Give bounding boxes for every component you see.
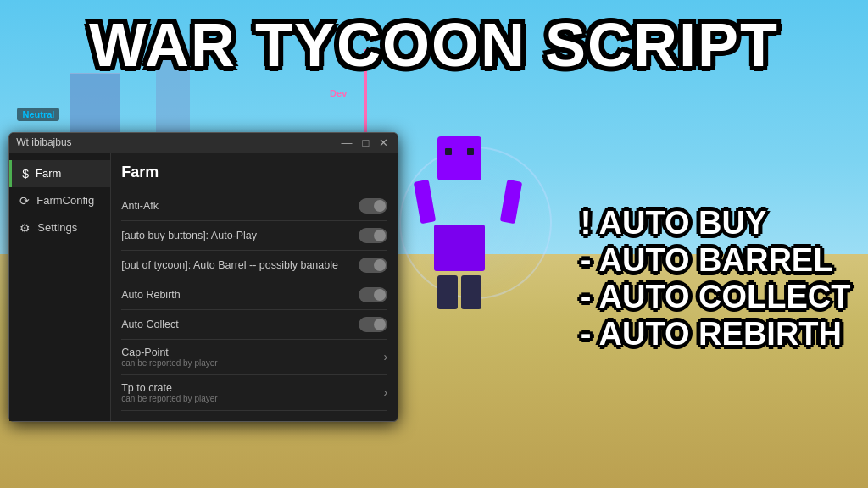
character-head (437, 136, 481, 180)
cap-point-sublabel: can be reported by player (121, 358, 383, 368)
features-list: ! AUTO BUY - AUTO BARREL - AUTO COLLECT … (581, 205, 851, 353)
toggle-row-auto-rebirth: Auto Rebirth (121, 280, 387, 310)
farm-icon: $ (22, 167, 29, 180)
sidebar-item-farmconfig[interactable]: ⟳ FarmConfig (9, 187, 110, 214)
close-button[interactable]: ✕ (376, 136, 391, 149)
auto-play-toggle[interactable] (359, 228, 387, 243)
panel-sidebar: $ Farm ⟳ FarmConfig ⚙ Settings (9, 153, 111, 421)
toggle-row-auto-barrel: [out of tycoon]: Auto Barrel -- possibly… (121, 251, 387, 280)
toggle-row-auto-play: [auto buy buttons]: Auto-Play (121, 221, 387, 251)
dev-label: Dev (330, 88, 347, 98)
feature-item-2: - AUTO BARREL (581, 242, 851, 280)
arrow-row-cap-point[interactable]: Cap-Point can be reported by player › (121, 340, 387, 375)
character (434, 136, 485, 309)
toggle-row-auto-collect: Auto Collect (121, 310, 387, 340)
cap-point-label: Cap-Point can be reported by player (121, 347, 383, 368)
auto-collect-toggle[interactable] (359, 317, 387, 332)
script-panel: Wt ibibajbus — □ ✕ $ Farm ⟳ FarmConfig ⚙… (8, 132, 398, 422)
titlebar-controls: — □ ✕ (338, 136, 391, 149)
auto-collect-label: Auto Collect (121, 319, 359, 330)
char-eye-left (445, 148, 452, 155)
tp-crate-label: Tp to crate can be reported by player (121, 382, 383, 403)
sidebar-item-settings[interactable]: ⚙ Settings (9, 214, 110, 241)
sidebar-item-farm[interactable]: $ Farm (9, 160, 110, 187)
auto-rebirth-toggle[interactable] (359, 287, 387, 302)
auto-rebirth-label: Auto Rebirth (121, 289, 359, 301)
character-body (434, 225, 485, 271)
panel-titlebar: Wt ibibajbus — □ ✕ (9, 133, 398, 153)
tp-crate-arrow: › (384, 385, 388, 399)
settings-icon: ⚙ (19, 221, 31, 235)
sidebar-farmconfig-label: FarmConfig (36, 194, 94, 207)
auto-barrel-label: [out of tycoon]: Auto Barrel -- possibly… (121, 259, 359, 271)
char-eye-right (467, 148, 474, 155)
char-leg-right (461, 275, 481, 309)
anti-afk-toggle[interactable] (359, 198, 387, 214)
anti-afk-label: Anti-Afk (121, 200, 359, 212)
content-title: Farm (121, 164, 387, 181)
minimize-button[interactable]: — (338, 136, 354, 149)
maximize-button[interactable]: □ (359, 136, 371, 149)
sidebar-settings-label: Settings (37, 221, 77, 234)
character-legs (434, 275, 485, 309)
cap-point-arrow: › (384, 350, 388, 363)
sidebar-farm-label: Farm (36, 167, 61, 180)
arrow-row-tp-crate[interactable]: Tp to crate can be reported by player › (121, 375, 387, 411)
main-title: WAR TYCOON SCRIPT (0, 10, 868, 80)
tp-crate-sublabel: can be reported by player (121, 394, 383, 403)
feature-item-4: - AUTO REBIRTH (581, 316, 851, 353)
auto-barrel-toggle[interactable] (359, 258, 387, 273)
auto-play-label: [auto buy buttons]: Auto-Play (121, 230, 359, 241)
neutral-tag: Neutral (17, 108, 59, 121)
character-eyes (437, 136, 481, 155)
feature-item-3: - AUTO COLLECT (581, 279, 851, 316)
toggle-row-anti-afk: Anti-Afk (121, 191, 387, 221)
farmconfig-icon: ⟳ (19, 194, 30, 208)
panel-title: Wt ibibajbus (16, 136, 71, 148)
panel-body: $ Farm ⟳ FarmConfig ⚙ Settings Farm Anti… (9, 153, 398, 421)
feature-item-1: ! AUTO BUY (581, 205, 851, 242)
char-leg-left (437, 275, 458, 309)
panel-content: Farm Anti-Afk [auto buy buttons]: Auto-P… (111, 153, 398, 421)
